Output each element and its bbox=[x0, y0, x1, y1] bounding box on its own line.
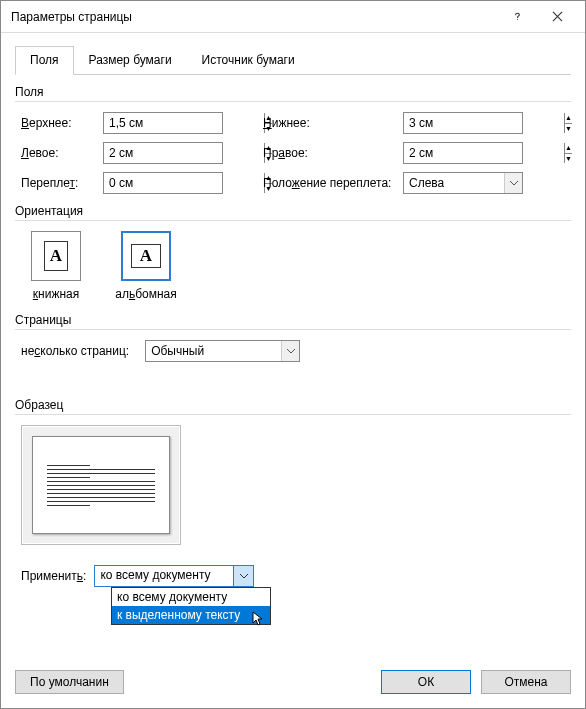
multiple-pages-label: несколько страниц: bbox=[21, 344, 129, 358]
multiple-pages-select[interactable]: Обычный bbox=[145, 340, 300, 362]
help-icon bbox=[512, 11, 523, 22]
right-margin-label: Правое: bbox=[263, 146, 403, 160]
top-margin-label: Верхнее: bbox=[21, 116, 103, 130]
close-icon bbox=[552, 11, 563, 22]
cancel-button[interactable]: Отмена bbox=[481, 670, 571, 694]
portrait-icon: A bbox=[31, 231, 81, 281]
margins-group-label: Поля bbox=[15, 85, 571, 99]
divider bbox=[15, 220, 571, 221]
bottom-margin-label: Нижнее: bbox=[263, 116, 403, 130]
orientation-options: A книжная A альбомная bbox=[21, 231, 565, 301]
set-default-button[interactable]: По умолчанин bbox=[15, 670, 124, 694]
apply-option-whole-doc[interactable]: ко всему документу bbox=[112, 588, 270, 606]
landscape-icon: A bbox=[121, 231, 171, 281]
chevron-down-icon bbox=[281, 341, 299, 361]
orientation-group-label: Ориентация bbox=[15, 204, 571, 218]
close-button[interactable] bbox=[537, 2, 577, 32]
dialog-footer: По умолчанин ОК Отмена bbox=[15, 670, 571, 694]
chevron-down-icon bbox=[504, 173, 522, 193]
apply-to-select[interactable]: ко всему документу bbox=[94, 565, 254, 587]
apply-to-label: Применить: bbox=[21, 569, 86, 583]
gutter-label: Переплет: bbox=[21, 176, 103, 190]
page-setup-dialog: Параметры страницы Поля Размер бумаги Ис… bbox=[0, 0, 586, 709]
orientation-portrait[interactable]: A книжная bbox=[21, 231, 91, 301]
right-margin-input[interactable]: ▲▼ bbox=[403, 142, 523, 164]
portrait-label: книжная bbox=[33, 287, 79, 301]
divider bbox=[15, 101, 571, 102]
bottom-margin-input[interactable]: ▲▼ bbox=[403, 112, 523, 134]
chevron-down-icon bbox=[233, 566, 253, 586]
landscape-label: альбомная bbox=[115, 287, 177, 301]
divider bbox=[15, 414, 571, 415]
spin-down-icon[interactable]: ▼ bbox=[565, 154, 572, 164]
apply-to-row: Применить: ко всему документу ко всему д… bbox=[21, 565, 565, 587]
tab-paper-size[interactable]: Размер бумаги bbox=[74, 46, 187, 75]
left-margin-label: Левое: bbox=[21, 146, 103, 160]
orientation-landscape[interactable]: A альбомная bbox=[111, 231, 181, 301]
pages-group-label: Страницы bbox=[15, 313, 571, 327]
tab-bar: Поля Размер бумаги Источник бумаги bbox=[15, 45, 571, 75]
sample-group-label: Образец bbox=[15, 398, 571, 412]
page-preview-icon bbox=[32, 436, 170, 534]
gutter-position-select[interactable]: Слева bbox=[403, 172, 523, 194]
ok-button[interactable]: ОК bbox=[381, 670, 471, 694]
help-button[interactable] bbox=[497, 2, 537, 32]
gutter-position-label: Положение переплета: bbox=[263, 176, 403, 190]
window-title: Параметры страницы bbox=[11, 10, 497, 24]
tab-margins[interactable]: Поля bbox=[15, 46, 74, 75]
tab-paper-source[interactable]: Источник бумаги bbox=[187, 46, 310, 75]
margins-fields: Верхнее: ▲▼ Нижнее: ▲▼ Левое: ▲▼ Правое:… bbox=[21, 112, 565, 194]
spin-up-icon[interactable]: ▲ bbox=[565, 113, 572, 124]
divider bbox=[15, 329, 571, 330]
sample-preview bbox=[21, 425, 565, 545]
top-margin-input[interactable]: ▲▼ bbox=[103, 112, 223, 134]
gutter-input[interactable]: ▲▼ bbox=[103, 172, 223, 194]
left-margin-input[interactable]: ▲▼ bbox=[103, 142, 223, 164]
apply-option-selected-text[interactable]: к выделенному тексту bbox=[112, 606, 270, 624]
titlebar: Параметры страницы bbox=[1, 1, 585, 33]
spin-up-icon[interactable]: ▲ bbox=[565, 143, 572, 154]
spin-down-icon[interactable]: ▼ bbox=[565, 124, 572, 134]
apply-to-dropdown: ко всему документу к выделенному тексту bbox=[111, 587, 271, 625]
